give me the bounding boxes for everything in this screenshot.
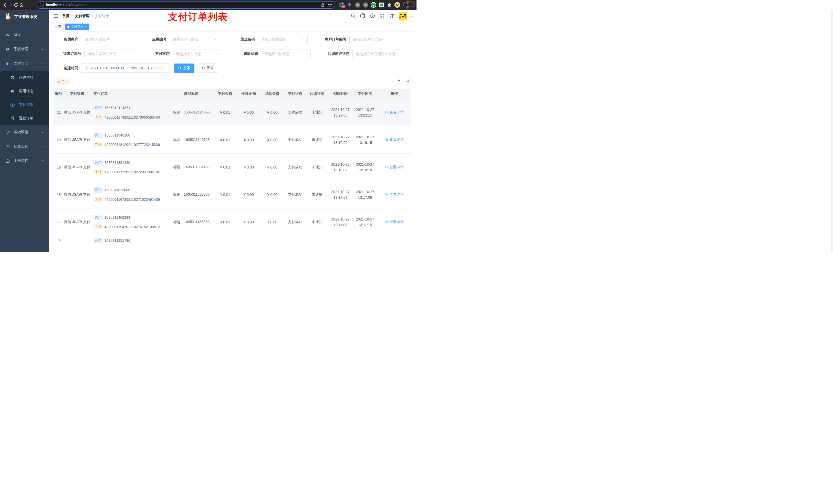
extensions-puzzle-icon[interactable] xyxy=(386,2,392,8)
cell-channel: 微信 JSAPI 支付 xyxy=(62,110,93,115)
filter-field-label: 应用编号 xyxy=(142,37,170,42)
view-detail-link[interactable]: 查看详情 xyxy=(385,138,404,142)
tag-close-icon[interactable]: × xyxy=(85,25,87,29)
extension-badge-icon[interactable]: 10 xyxy=(339,2,344,8)
field-input[interactable] xyxy=(353,38,394,42)
chevron-up-icon xyxy=(40,62,45,65)
header-search-button[interactable] xyxy=(351,13,356,19)
view-detail-link[interactable]: 查看详情 xyxy=(385,220,404,224)
sidebar-item-基础设施[interactable]: 基础设施 xyxy=(0,125,49,139)
user-avatar[interactable] xyxy=(399,12,407,21)
sidebar-item-label: 基础设施 xyxy=(14,130,28,135)
field-input[interactable] xyxy=(85,38,127,42)
table-row: 17微信 JSAPI 支付商户1635311468233支付4200001194… xyxy=(54,209,411,236)
cell-actions: 查看详情 xyxy=(377,165,411,170)
browser-forward-button[interactable] xyxy=(8,1,13,8)
header-github-button[interactable] xyxy=(360,13,365,19)
search-button[interactable]: 搜索 xyxy=(174,64,194,73)
sidebar-item-支付订单[interactable]: 支付订单 xyxy=(0,98,49,112)
input-渠道订单号[interactable] xyxy=(84,49,134,58)
help-icon xyxy=(370,13,375,19)
view-detail-link[interactable]: 查看详情 xyxy=(385,165,404,170)
recorder-extension-icon[interactable] xyxy=(363,2,368,8)
hamburger-icon[interactable] xyxy=(53,13,59,19)
input-商户订单编号[interactable] xyxy=(349,35,397,44)
avatar-caret-icon[interactable]: ▼ xyxy=(410,15,412,18)
browser-back-button[interactable] xyxy=(3,1,7,8)
cell-pay-order: 商户1635311881440支付42000011732021102728479… xyxy=(93,160,169,175)
header-help-button[interactable] xyxy=(370,13,375,19)
bookmark-star-icon[interactable] xyxy=(328,3,332,7)
select-退款状态[interactable] xyxy=(261,49,311,58)
app-logo-row: 芋道管理系统 xyxy=(0,10,49,24)
cell-paid-time: 2021-10-2713:22:15 xyxy=(353,107,377,118)
emoji-profile-icon[interactable] xyxy=(395,2,400,8)
cell-paid-time: 2021-10-2713:19:15 xyxy=(353,134,377,145)
font-size-icon[interactable]: TT xyxy=(389,14,394,19)
tag-首页[interactable]: 首页 xyxy=(53,24,64,30)
command-extension-icon[interactable]: ⌘ xyxy=(355,2,360,8)
sidebar-item-label: 首页 xyxy=(14,32,21,37)
select-渠道编码[interactable] xyxy=(258,35,308,44)
sidebar-item-应用信息[interactable]: 应用信息 xyxy=(0,84,49,98)
show-search-toggle-button[interactable] xyxy=(396,78,402,85)
input-所属商户[interactable] xyxy=(81,35,131,44)
browser-reload-button[interactable] xyxy=(14,1,18,8)
view-detail-link[interactable]: 查看详情 xyxy=(385,192,404,197)
cell-notify: 未通知 xyxy=(306,138,328,142)
address-bar[interactable]: i localhost:1024/pay/order xyxy=(37,1,335,9)
chat-extension-icon[interactable] xyxy=(379,2,384,8)
cell-fee: ¥ 0.00 xyxy=(237,111,261,115)
reset-refresh-icon xyxy=(201,66,205,70)
browser-home-button[interactable] xyxy=(19,1,24,8)
select-应用编号[interactable] xyxy=(170,35,219,44)
site-info-icon[interactable]: i xyxy=(40,3,44,7)
sidebar-item-label: 退款订单 xyxy=(19,116,33,121)
toolbox-icon xyxy=(5,144,10,149)
breadcrumb-item[interactable]: 首页 xyxy=(62,14,69,19)
view-detail-link[interactable]: 查看详情 xyxy=(385,110,404,115)
reset-button[interactable]: 重置 xyxy=(197,64,218,73)
field-input[interactable] xyxy=(264,52,307,56)
breadcrumb-item[interactable]: 支付管理 xyxy=(75,14,89,19)
date-field-label: 创建时间 xyxy=(54,66,81,70)
sidebar-item-系统管理[interactable]: 系统管理 xyxy=(0,42,49,56)
export-button[interactable]: 导出 xyxy=(54,78,71,85)
share-icon[interactable] xyxy=(321,3,325,7)
cell-amount: ¥ 0.01 xyxy=(213,193,237,197)
refresh-table-button[interactable] xyxy=(405,78,411,85)
field-input[interactable] xyxy=(261,38,304,42)
date-start-value[interactable]: 2021-10-01 00:00:00 xyxy=(90,66,124,70)
date-range-picker[interactable]: 2021-10-01 00:00:00 - 2021-10-31 23:59:5… xyxy=(81,64,171,73)
app-logo xyxy=(4,13,12,21)
table-row: 20微信 JSAPI 支付商户1635311949168支付4200001181… xyxy=(54,126,411,154)
sidebar-item-支付管理[interactable]: ¥支付管理 xyxy=(0,56,49,71)
field-input[interactable] xyxy=(88,52,130,56)
sidebar-item-首页[interactable]: 首页 xyxy=(0,28,49,42)
browser-menu-icon[interactable] xyxy=(411,3,412,7)
date-separator: - xyxy=(126,66,129,70)
kite-extension-icon[interactable] xyxy=(347,2,353,8)
merchant-tag: 商户 xyxy=(94,188,103,193)
url-text[interactable]: localhost:1024/pay/order xyxy=(46,3,319,7)
sidebar-item-商户信息[interactable]: 商户信息 xyxy=(0,71,49,84)
sidebar-item-退款订单[interactable]: 退款订单 xyxy=(0,112,49,125)
browser-update-button[interactable]: 更新 xyxy=(403,2,415,8)
sidebar-item-工作流程[interactable]: 工作流程 xyxy=(0,154,49,168)
pay-order-no: 4200001167202110271022491439 xyxy=(104,197,160,201)
select-支付状态[interactable] xyxy=(173,49,222,58)
tag-支付订单[interactable]: 支付订单× xyxy=(65,24,89,30)
header-fullscreen-button[interactable] xyxy=(380,13,385,19)
select-回调商户状态[interactable] xyxy=(353,49,400,58)
field-input[interactable] xyxy=(356,52,397,56)
sidebar-item-研发工具[interactable]: 研发工具 xyxy=(0,139,49,154)
field-input[interactable] xyxy=(173,38,216,42)
table-row: 18微信 JSAPI 支付商户1635311823086支付4200001167… xyxy=(54,181,411,209)
date-end-value[interactable]: 2021-10-31 23:59:59 xyxy=(131,66,164,70)
cell-refund: ¥ 0.00 xyxy=(261,111,284,115)
field-input[interactable] xyxy=(176,52,219,56)
filter-field-label: 所属商户 xyxy=(54,37,81,42)
table-header-row: 编号支付渠道支付订单商品标题支付金额手续金额退款金额支付状态回调状态创建时间支付… xyxy=(54,89,411,99)
col-header-支付渠道: 支付渠道 xyxy=(62,91,93,96)
y-extension-icon[interactable]: y xyxy=(371,2,376,8)
